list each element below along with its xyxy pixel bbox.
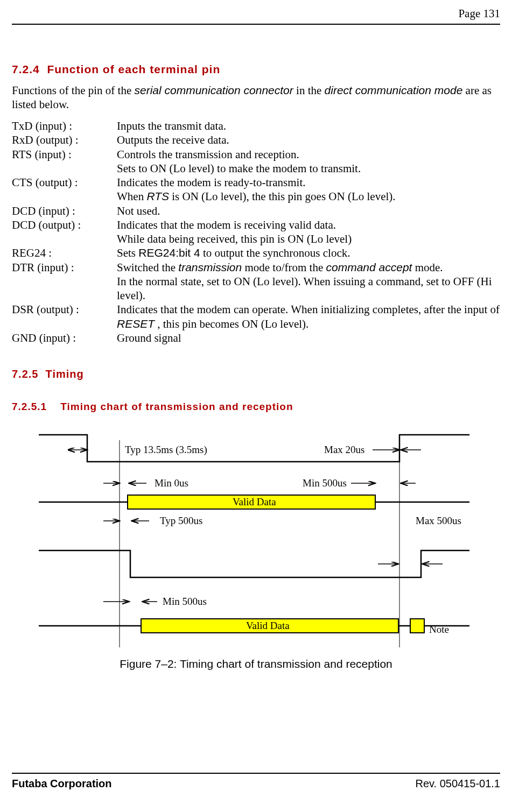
pin-cts: CTS (output) : Indicates the modem is re… bbox=[12, 175, 500, 204]
pin-desc-em: transmission bbox=[178, 261, 242, 273]
pin-label: TxD (input) : bbox=[12, 119, 117, 133]
heading-number: 7.2.5.1 bbox=[12, 401, 47, 412]
heading-number: 7.2.5 bbox=[12, 368, 38, 380]
pin-dcd-input: DCD (input) : Not used. bbox=[12, 204, 500, 218]
pin-dsr: DSR (output) : Indicates that the modem … bbox=[12, 302, 500, 331]
pin-desc: Indicates that the modem can operate. Wh… bbox=[117, 302, 500, 331]
timing-note: Note bbox=[429, 624, 449, 635]
heading-title: Function of each terminal pin bbox=[47, 63, 220, 75]
pin-label: RxD (output) : bbox=[12, 133, 117, 147]
pin-desc-line: In the normal state, set to ON (Lo level… bbox=[117, 274, 500, 303]
timing-label-max20: Max 20us bbox=[324, 444, 364, 455]
pin-desc: Not used. bbox=[117, 204, 500, 218]
pin-desc-text: Indicates that the modem can operate. Wh… bbox=[117, 303, 500, 316]
pin-desc-text: to output the synchronous clock. bbox=[203, 246, 350, 259]
pin-txd: TxD (input) : Inputs the transmit data. bbox=[12, 119, 500, 133]
pin-desc-line: When RTS is ON (Lo level), the this pin … bbox=[117, 189, 500, 203]
pin-desc-text: , this pin becomes ON (Lo level). bbox=[157, 317, 308, 330]
page-number: Page 131 bbox=[458, 6, 500, 20]
pin-label: REG24 : bbox=[12, 246, 117, 260]
intro-em-mode: direct communication mode bbox=[325, 84, 463, 96]
heading-7-2-5: 7.2.5 Timing bbox=[12, 368, 500, 381]
timing-label-min500a: Min 500us bbox=[303, 477, 347, 489]
timing-valid-data-1: Valid Data bbox=[233, 496, 276, 507]
pin-dtr: DTR (input) : Switched the transmission … bbox=[12, 260, 500, 303]
timing-label-typ500: Typ 500us bbox=[160, 515, 202, 526]
pin-label: DCD (input) : bbox=[12, 204, 117, 218]
intro-text: in the bbox=[296, 84, 325, 97]
timing-svg: Typ 13.5ms (3.5ms) Max 20us Valid Data M… bbox=[33, 429, 475, 647]
pin-desc-text: Sets bbox=[117, 246, 138, 259]
heading-title: Timing chart of transmission and recepti… bbox=[60, 401, 293, 412]
timing-label-min0: Min 0us bbox=[155, 477, 188, 489]
pin-desc-line: Sets to ON (Lo level) to make the modem … bbox=[117, 161, 500, 175]
pin-desc: Indicates that the modem is receiving va… bbox=[117, 218, 500, 246]
pin-desc: Indicates the modem is ready-to-transmit… bbox=[117, 175, 500, 204]
timing-label-max500: Max 500us bbox=[416, 515, 461, 526]
pin-desc: Controls the transmission and reception.… bbox=[117, 147, 500, 176]
pin-desc: Sets REG24:bit 4 to output the synchrono… bbox=[117, 246, 500, 260]
timing-label-min500b: Min 500us bbox=[163, 596, 207, 607]
figure-caption: Figure 7–2: Timing chart of transmission… bbox=[12, 657, 500, 671]
page-footer: Futaba Corporation Rev. 050415-01.1 bbox=[12, 773, 500, 790]
pin-rts: RTS (input) : Controls the transmission … bbox=[12, 147, 500, 176]
pin-desc-line: Indicates the modem is ready-to-transmit… bbox=[117, 175, 500, 189]
pin-label: CTS (output) : bbox=[12, 175, 117, 189]
heading-number: 7.2.4 bbox=[12, 63, 40, 75]
intro-text: Functions of the pin of the bbox=[12, 84, 134, 97]
intro-paragraph: Functions of the pin of the serial commu… bbox=[12, 83, 500, 112]
timing-chart: Typ 13.5ms (3.5ms) Max 20us Valid Data M… bbox=[33, 429, 475, 647]
pin-label: RTS (input) : bbox=[12, 147, 117, 161]
timing-label-typ135: Typ 13.5ms (3.5ms) bbox=[125, 444, 207, 456]
pin-desc: Ground signal bbox=[117, 331, 500, 345]
pin-reg24: REG24 : Sets REG24:bit 4 to output the s… bbox=[12, 246, 500, 260]
pin-desc-em: command accept bbox=[326, 261, 412, 273]
pin-desc: Inputs the transmit data. bbox=[117, 119, 500, 133]
pin-desc-text: When bbox=[117, 190, 146, 203]
pin-label: DTR (input) : bbox=[12, 260, 117, 274]
pin-desc-em: RESET bbox=[117, 317, 155, 330]
pin-label: GND (input) : bbox=[12, 331, 117, 345]
pin-desc-em: RTS bbox=[146, 190, 169, 202]
pin-desc-line: Indicates that the modem is receiving va… bbox=[117, 218, 500, 232]
pin-definitions: TxD (input) : Inputs the transmit data. … bbox=[12, 119, 500, 345]
header-rule bbox=[12, 24, 500, 25]
pin-desc: Outputs the receive data. bbox=[117, 133, 500, 147]
pin-desc-text: is ON (Lo level), the this pin goes ON (… bbox=[172, 190, 395, 203]
heading-7-2-4: 7.2.4 Function of each terminal pin bbox=[12, 62, 500, 76]
pin-desc-text: Switched the bbox=[117, 261, 178, 274]
pin-desc-reg: REG24:bit 4 bbox=[138, 246, 200, 259]
pin-gnd: GND (input) : Ground signal bbox=[12, 331, 500, 345]
pin-desc-line: Controls the transmission and reception. bbox=[117, 147, 500, 161]
pin-dcd-output: DCD (output) : Indicates that the modem … bbox=[12, 218, 500, 246]
pin-desc-text: mode. bbox=[415, 261, 443, 274]
footer-revision: Rev. 050415-01.1 bbox=[415, 777, 500, 790]
pin-label: DCD (output) : bbox=[12, 218, 117, 232]
pin-desc-line: While data being received, this pin is O… bbox=[117, 232, 500, 246]
pin-rxd: RxD (output) : Outputs the receive data. bbox=[12, 133, 500, 147]
footer-company: Futaba Corporation bbox=[12, 777, 112, 790]
page-header: Page 131 bbox=[12, 5, 500, 24]
svg-rect-17 bbox=[410, 619, 424, 633]
pin-desc: Switched the transmission mode to/from t… bbox=[117, 260, 500, 303]
timing-valid-data-2: Valid Data bbox=[246, 620, 290, 631]
pin-desc-line: Switched the transmission mode to/from t… bbox=[117, 260, 500, 274]
pin-desc-text: mode to/from the bbox=[244, 261, 326, 274]
intro-em-connector: serial communication connector bbox=[134, 84, 293, 96]
heading-title: Timing bbox=[46, 368, 84, 380]
heading-7-2-5-1: 7.2.5.1 Timing chart of transmission and… bbox=[12, 400, 500, 413]
pin-label: DSR (output) : bbox=[12, 302, 117, 316]
